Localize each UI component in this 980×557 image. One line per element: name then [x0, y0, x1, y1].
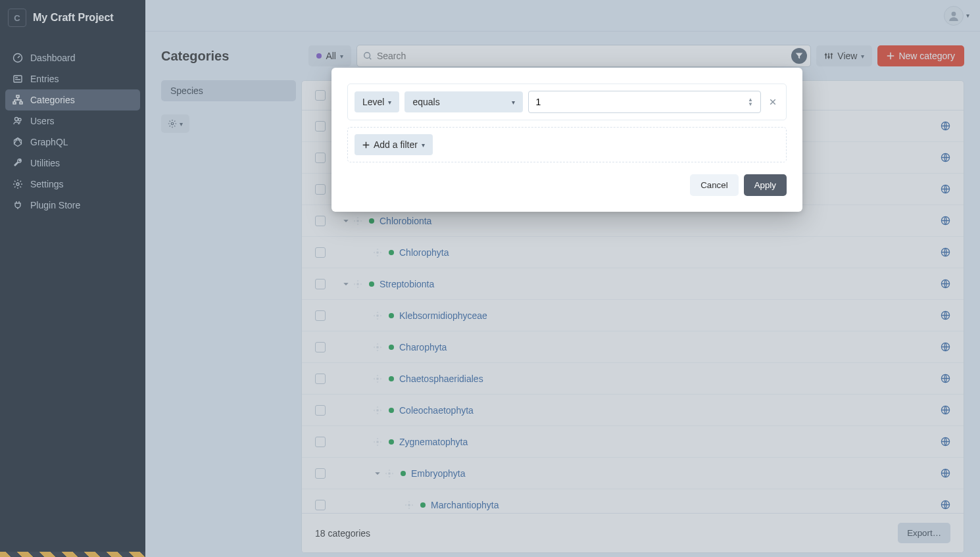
globe-icon[interactable]: [941, 247, 950, 257]
nav-entries[interactable]: Entries: [5, 68, 140, 89]
row-checkbox[interactable]: [315, 310, 326, 321]
source-settings-button[interactable]: ▾: [161, 114, 189, 133]
expand-toggle[interactable]: [341, 218, 351, 224]
drag-handle[interactable]: [353, 280, 362, 288]
globe-icon[interactable]: [941, 374, 950, 383]
cancel-button[interactable]: Cancel: [690, 174, 739, 196]
gear-icon: [12, 179, 23, 189]
globe-icon[interactable]: [941, 153, 950, 162]
new-category-button[interactable]: New category: [877, 45, 964, 66]
drag-handle[interactable]: [373, 343, 382, 351]
row-checkbox[interactable]: [315, 184, 326, 195]
filter-field-select[interactable]: Level ▾: [355, 91, 399, 112]
select-all-checkbox[interactable]: [315, 90, 326, 101]
export-button[interactable]: Export…: [898, 523, 950, 543]
row-title-link[interactable]: Coleochaetophyta: [399, 405, 474, 416]
sitemap-icon: [12, 95, 23, 105]
drag-handle[interactable]: [404, 501, 414, 509]
export-label: Export…: [907, 528, 941, 538]
row-checkbox[interactable]: [315, 153, 326, 163]
status-filter-button[interactable]: All ▾: [308, 45, 351, 66]
status-dot-icon: [401, 471, 406, 476]
sidebar: C My Craft Project Dashboard Entries Cat…: [0, 0, 145, 557]
globe-icon[interactable]: [941, 184, 950, 194]
dev-mode-stripe: [0, 552, 145, 557]
drag-handle[interactable]: [373, 438, 382, 446]
chevron-down-icon: ▾: [388, 99, 391, 106]
globe-icon[interactable]: [941, 342, 950, 352]
globe-icon[interactable]: [941, 468, 950, 478]
globe-icon[interactable]: [941, 437, 950, 447]
avatar: [944, 6, 964, 26]
row-title-link[interactable]: Chlorophyta: [399, 247, 449, 258]
drag-handle[interactable]: [385, 470, 394, 477]
drag-handle[interactable]: [353, 217, 362, 225]
table-row: Klebsormidiophyceae: [302, 300, 964, 331]
row-title-link[interactable]: Charophyta: [399, 342, 447, 352]
row-checkbox[interactable]: [315, 374, 326, 384]
row-title-link[interactable]: Klebsormidiophyceae: [399, 310, 487, 321]
drag-handle[interactable]: [373, 375, 382, 383]
nav-plugin-store[interactable]: Plugin Store: [5, 195, 140, 216]
row-title-link[interactable]: Streptobionta: [380, 279, 434, 289]
globe-icon[interactable]: [941, 279, 950, 289]
add-filter-button[interactable]: Add a filter ▾: [355, 134, 433, 155]
remove-filter-button[interactable]: [766, 95, 779, 109]
globe-icon[interactable]: [941, 500, 950, 510]
row-checkbox[interactable]: [315, 279, 326, 289]
row-checkbox[interactable]: [315, 216, 326, 226]
search-input[interactable]: [356, 45, 811, 67]
source-item-species[interactable]: Species: [161, 80, 296, 101]
row-title-link[interactable]: Zygnematophyta: [399, 437, 468, 447]
row-checkbox[interactable]: [315, 468, 326, 479]
user-menu-button[interactable]: ▾: [944, 6, 969, 26]
app-logo[interactable]: C: [8, 9, 26, 27]
table-row: Charophyta: [302, 331, 964, 363]
row-checkbox[interactable]: [315, 342, 326, 352]
chevron-down-icon: [374, 470, 381, 477]
globe-icon[interactable]: [941, 405, 950, 415]
row-content: Charophyta: [341, 342, 941, 352]
nav-utilities[interactable]: Utilities: [5, 153, 140, 174]
app-logo-letter: C: [14, 13, 20, 23]
row-title-link[interactable]: Chaetosphaeridiales: [399, 374, 483, 384]
filter-field-label: Level: [362, 97, 384, 107]
view-button[interactable]: View ▾: [816, 45, 872, 66]
globe-icon[interactable]: [941, 216, 950, 226]
row-checkbox[interactable]: [315, 121, 326, 132]
filter-value-input[interactable]: [528, 91, 761, 113]
row-checkbox[interactable]: [315, 437, 326, 447]
filter-icon: [795, 52, 803, 60]
nav-label: Plugin Store: [30, 200, 80, 210]
row-content: Embryophyta: [341, 468, 941, 479]
filter-operator-select[interactable]: equals ▾: [404, 91, 523, 112]
drag-handle[interactable]: [373, 406, 382, 414]
expand-toggle[interactable]: [341, 281, 351, 287]
row-title-link[interactable]: Marchantiophyta: [431, 500, 499, 510]
footer-count: 18 categories: [315, 528, 370, 539]
nav-categories[interactable]: Categories: [5, 89, 140, 110]
row-checkbox[interactable]: [315, 247, 326, 258]
expand-toggle[interactable]: [373, 470, 382, 477]
app-name[interactable]: My Craft Project: [33, 12, 114, 24]
row-title-link[interactable]: Embryophyta: [411, 468, 465, 479]
number-spinner[interactable]: ▲ ▼: [748, 97, 757, 107]
nav-users[interactable]: Users: [5, 110, 140, 132]
plus-icon: [887, 52, 894, 60]
source-label: Species: [170, 85, 203, 96]
svg-point-8: [952, 11, 956, 16]
apply-button[interactable]: Apply: [744, 174, 787, 196]
globe-icon[interactable]: [941, 121, 950, 131]
drag-handle[interactable]: [373, 312, 382, 320]
nav-settings[interactable]: Settings: [5, 174, 140, 195]
row-checkbox[interactable]: [315, 500, 326, 510]
drag-handle[interactable]: [373, 249, 382, 256]
row-title-link[interactable]: Chlorobionta: [380, 216, 431, 226]
globe-icon[interactable]: [941, 310, 950, 320]
chevron-down-icon: ▾: [966, 12, 969, 19]
nav-graphql[interactable]: GraphQL: [5, 132, 140, 153]
row-checkbox[interactable]: [315, 405, 326, 416]
sources-panel: Species ▾: [161, 80, 296, 553]
nav-dashboard[interactable]: Dashboard: [5, 47, 140, 68]
nav-label: Settings: [30, 179, 64, 189]
